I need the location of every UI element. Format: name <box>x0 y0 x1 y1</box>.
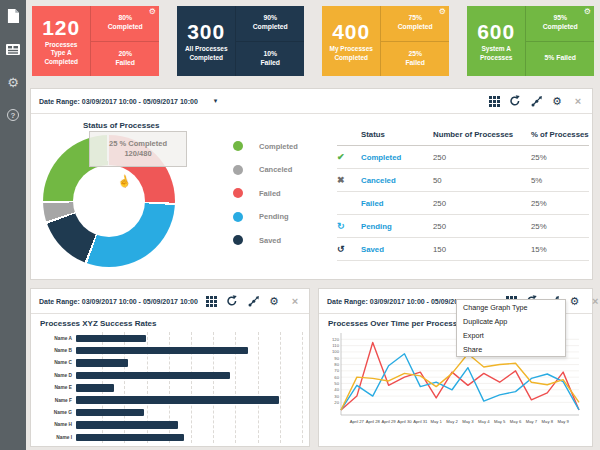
legend-item-saved[interactable]: Saved <box>233 235 298 245</box>
status-table: StatusNumber of Processes% of Processes✔… <box>337 123 589 261</box>
legend-label: Pending <box>259 212 289 221</box>
bar-track <box>76 431 302 443</box>
table-row: Failed25025% <box>337 192 589 215</box>
date-range-value: 03/09/2017 10:00 - 05/09/2017 10:00 <box>82 298 198 305</box>
trend-icon[interactable] <box>247 295 259 307</box>
status-link[interactable]: Failed <box>361 199 433 208</box>
table-row: ✖Canceled505% <box>337 169 589 192</box>
legend-item-completed[interactable]: Completed <box>233 141 298 151</box>
bar-category-label: Name C <box>40 360 76 365</box>
table-row: ✔Completed25025% <box>337 146 589 169</box>
legend-dot <box>233 165 243 175</box>
legend-item-failed[interactable]: Failed <box>233 188 298 198</box>
percent-cell: 25% <box>531 153 589 162</box>
status-link[interactable]: Canceled <box>361 176 433 185</box>
bar-track <box>76 382 302 394</box>
bar-track <box>76 344 302 356</box>
bar[interactable] <box>76 409 144 417</box>
sidebar: ⚙? <box>0 0 26 450</box>
kpi-card-main: 400My ProcessesCompleted <box>322 6 380 76</box>
toolbar-icons: ⚙× <box>205 295 301 307</box>
percent-cell: 25% <box>531 199 589 208</box>
date-range-label: Date Range: <box>39 298 80 305</box>
date-range-text[interactable]: Date Range: 03/09/2017 10:00 - 05/09/201… <box>39 98 198 105</box>
menu-item-change-graph-type[interactable]: Change Graph Type <box>457 300 565 314</box>
svg-text:May 5: May 5 <box>494 419 506 424</box>
svg-text:April 30: April 30 <box>397 419 412 424</box>
gear-icon[interactable]: ⚙ <box>584 7 591 16</box>
menu-item-duplicate-app[interactable]: Duplicate App <box>457 314 565 328</box>
bar-row: Name G <box>40 406 302 418</box>
donut-legend: CompletedCanceledFailedPendingSaved <box>233 141 298 245</box>
kpi-caption: System AProcesses <box>480 45 513 61</box>
status-link[interactable]: Saved <box>361 245 433 254</box>
column-header: Number of Processes <box>433 130 531 139</box>
settings-icon[interactable]: ⚙ <box>551 95 563 107</box>
settings-icon[interactable]: ⚙ <box>568 295 580 307</box>
close-icon[interactable]: × <box>572 95 584 107</box>
legend-item-pending[interactable]: Pending <box>233 212 298 222</box>
bar[interactable] <box>76 359 128 367</box>
legend-label: Saved <box>259 236 281 245</box>
kpi-failed-cell: 5% Failed <box>526 41 594 77</box>
svg-text:May 1: May 1 <box>430 419 442 424</box>
svg-text:60: 60 <box>334 375 339 380</box>
legend-dot <box>233 212 243 222</box>
sidebar-list-icon[interactable] <box>5 41 21 57</box>
bar[interactable] <box>76 396 279 404</box>
bar-row: Name H <box>40 419 302 431</box>
number-cell: 250 <box>433 222 531 231</box>
bar[interactable] <box>76 434 184 442</box>
bar[interactable] <box>76 384 114 392</box>
status-link[interactable]: Pending <box>361 222 433 231</box>
grid-icon[interactable] <box>205 295 217 307</box>
kpi-card-main: 120ProcessesType ACompleted <box>32 6 90 76</box>
chevron-down-icon[interactable]: ▾ <box>214 97 218 105</box>
percent-cell: 25% <box>531 222 589 231</box>
bar[interactable] <box>76 347 248 355</box>
refresh-icon[interactable] <box>226 295 238 307</box>
bar-category-label: Name I <box>40 435 76 440</box>
legend-label: Completed <box>259 142 298 151</box>
table-row: ↻Pending25025% <box>337 215 589 238</box>
sidebar-help-icon[interactable]: ? <box>5 107 21 123</box>
settings-icon[interactable]: ⚙ <box>268 295 280 307</box>
svg-text:April 28: April 28 <box>366 419 381 424</box>
menu-item-share[interactable]: Share <box>457 342 565 356</box>
legend-label: Failed <box>259 189 281 198</box>
bar-row: Name A <box>40 332 302 344</box>
bar-row: Name I <box>40 431 302 443</box>
close-icon[interactable]: × <box>589 295 600 307</box>
svg-text:May 2: May 2 <box>446 419 458 424</box>
gear-icon[interactable]: ⚙ <box>149 7 156 16</box>
gear-icon[interactable]: ⚙ <box>439 7 446 16</box>
sidebar-gear-icon[interactable]: ⚙ <box>5 74 21 90</box>
tooltip-line1: 25 % Completed <box>109 139 167 150</box>
svg-text:20: 20 <box>334 400 339 405</box>
line-series-blue <box>341 354 579 410</box>
number-cell: 50 <box>433 176 531 185</box>
column-header: % of Processes <box>531 130 589 139</box>
date-range-text[interactable]: Date Range: 03/09/2017 10:00 - 05/09/201… <box>39 298 198 305</box>
legend-item-canceled[interactable]: Canceled <box>233 165 298 175</box>
grid-icon[interactable] <box>488 95 500 107</box>
kpi-completed-cell: 90%Completed <box>236 6 304 41</box>
status-link[interactable]: Completed <box>361 153 433 162</box>
kpi-card-main: 300All ProcessesCompleted <box>177 6 235 76</box>
svg-text:May 9: May 9 <box>557 419 569 424</box>
percent-cell: 5% <box>531 176 589 185</box>
bar[interactable] <box>76 372 230 380</box>
trend-icon[interactable] <box>530 95 542 107</box>
number-cell: 150 <box>433 245 531 254</box>
menu-item-export[interactable]: Export <box>457 328 565 342</box>
svg-text:May 7: May 7 <box>526 419 538 424</box>
svg-text:May 4: May 4 <box>478 419 490 424</box>
bar[interactable] <box>76 421 178 429</box>
column-header: Status <box>361 130 433 139</box>
refresh-icon[interactable] <box>509 95 521 107</box>
bar[interactable] <box>76 335 146 343</box>
close-icon[interactable]: × <box>289 295 301 307</box>
donut-hole <box>73 165 145 237</box>
svg-text:50: 50 <box>334 381 339 386</box>
sidebar-document-icon[interactable] <box>5 8 21 24</box>
